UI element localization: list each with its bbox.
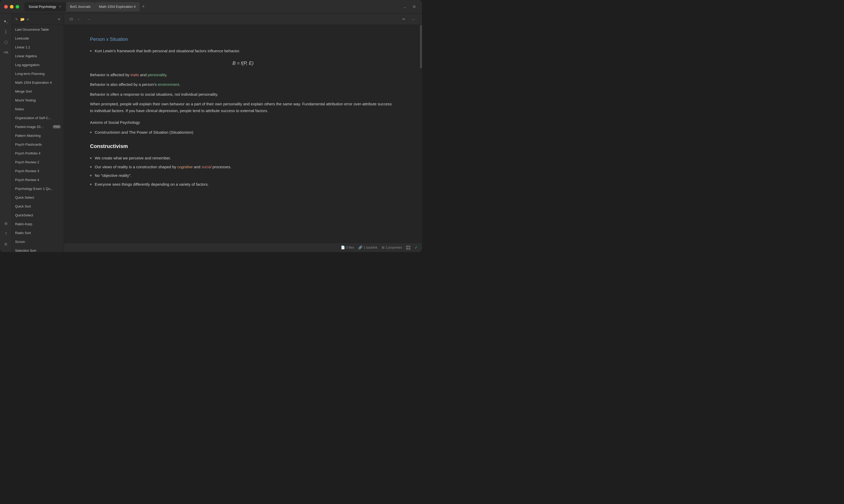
text-block-environment: Behavior is also affected by a person's … [90, 81, 396, 88]
traits-highlight: traits [130, 73, 139, 77]
file-list-header: ✎ 📂 ≡ ✕ [12, 14, 64, 25]
file-item-notes[interactable]: Notes [12, 105, 64, 113]
file-item-scrum[interactable]: Scrum [12, 237, 64, 246]
layout-button[interactable]: ⧉ [410, 3, 418, 11]
environment-highlight: environment [158, 82, 179, 87]
file-item-quick-select[interactable]: Quick Select [12, 193, 64, 202]
tab-math-1554[interactable]: Math 1554 Exploration 4 [95, 2, 140, 12]
app-window: Social Psychology ✕ BoG Journals Math 15… [0, 0, 422, 252]
file-item-quickselect[interactable]: QuickSelect [12, 211, 64, 219]
properties-status[interactable]: ⊞ 2 properties [382, 246, 402, 249]
help-icon: ? [5, 232, 7, 236]
file-item-pasted-image[interactable]: Pasted image 20... PNG [12, 122, 64, 131]
file-item-psych-review-2[interactable]: Psych Review 2 [12, 158, 64, 166]
backlink-status[interactable]: 🔗 1 backlink [358, 246, 377, 249]
file-item-math-1554[interactable]: Math 1554 Exploration 4 [12, 78, 64, 87]
files-icon: 📄 [341, 246, 345, 249]
file-item-pattern-matching[interactable]: Pattern Matching [12, 131, 64, 140]
file-item-psych-exam[interactable]: Psychology Exam 1 Qu... [12, 184, 64, 193]
file-item-mochi-testing[interactable]: Mochi Testing [12, 96, 64, 105]
tab-close-social-psychology[interactable]: ✕ [58, 5, 62, 8]
maximize-button[interactable] [16, 5, 19, 8]
more-options-button[interactable]: ⋯ [409, 16, 417, 23]
bullet-dot [90, 175, 92, 176]
person-x-situation-heading[interactable]: Person x Situation [90, 35, 396, 43]
bracket-icon: [ [5, 30, 6, 34]
backlink-icon: 🔗 [358, 246, 363, 249]
editor-content[interactable]: Person x Situation Kurt Lewin's framewor… [64, 25, 422, 242]
file-item-log-aggregation[interactable]: Log aggregation [12, 60, 64, 69]
properties-icon: ⊞ [382, 246, 385, 249]
file-item-rabin-karp[interactable]: Rabin-Karp [12, 219, 64, 228]
file-item-leetcode[interactable]: Leetcode [12, 34, 64, 43]
status-bar: 📄 0 files 🔗 1 backlink ⊞ 2 properties [64, 242, 422, 252]
tab-list-button[interactable]: ⌄ [401, 3, 408, 11]
graph-icon: ⬡ [4, 40, 8, 45]
file-item-last-occurrence[interactable]: Last Occurrence Table [12, 25, 64, 34]
grid-icon [406, 246, 410, 250]
tab-controls: ⌄ ⧉ [401, 3, 418, 11]
archive-icon: ⊞ [4, 221, 7, 226]
construct-list-item-3: No "objective reality". [90, 172, 396, 179]
open-folder-icon[interactable]: 📂 [20, 17, 25, 21]
terminal-icon-btn[interactable]: >_ [1, 17, 11, 26]
list-item-lewin: Kurt Lewin's framework that both persona… [90, 48, 396, 54]
bullet-dot [90, 131, 92, 133]
file-item-merge-sort[interactable]: Merge Sort [12, 87, 64, 96]
content-area: 15 ← → ✏ ⋯ Person x Situation Kurt Lewin… [64, 14, 422, 252]
file-item-organization[interactable]: Organization of Self-C... [12, 113, 64, 122]
settings-icon-btn[interactable]: ⚙ [1, 239, 11, 249]
file-item-psych-review-3[interactable]: Psych Review 3 [12, 166, 64, 175]
sort-icon[interactable]: ≡ [27, 17, 29, 21]
cognitive-highlight: cognitive [177, 165, 193, 169]
file-item-radix-sort[interactable]: Radix Sort [12, 228, 64, 237]
text-block-response: Behavior is often a response to social s… [90, 91, 396, 98]
file-item-psych-review-4[interactable]: Psych Review 4 [12, 175, 64, 184]
construct-list-item-1: We create what we perceive and remember. [90, 155, 396, 162]
tab-label: Math 1554 Exploration 4 [99, 5, 136, 8]
tabs-area: Social Psychology ✕ BoG Journals Math 15… [24, 2, 398, 12]
formula-block: B = f(P, E) [90, 59, 396, 67]
close-sidebar-icon[interactable]: ✕ [57, 17, 60, 21]
traffic-lights [4, 5, 19, 8]
scrollbar[interactable] [420, 25, 422, 68]
titlebar: Social Psychology ✕ BoG Journals Math 15… [0, 0, 422, 14]
tab-bog-journals[interactable]: BoG Journals [66, 2, 95, 12]
png-badge: PNG [53, 125, 60, 128]
file-item-psych-portfolio-4[interactable]: Psych Portfolio 4 [12, 149, 64, 158]
construct-list-item-2: Our views of reality is a construction s… [90, 164, 396, 170]
minimize-button[interactable] [10, 5, 14, 8]
new-tab-button[interactable]: + [140, 3, 147, 11]
next-page-button[interactable]: → [85, 16, 92, 22]
toolbar-right: ✏ ⋯ [400, 16, 417, 23]
file-item-selection-sort[interactable]: Selection Sort [12, 246, 64, 252]
edit-button[interactable]: ✏ [400, 16, 407, 23]
axioms-bullet-list: Constructivism and The Power of Situatio… [90, 129, 396, 136]
code-icon: <% [4, 51, 8, 54]
file-item-quick-sort[interactable]: Quick Sort [12, 202, 64, 211]
file-item-linear-1-1[interactable]: Linear 1.1 [12, 43, 64, 52]
tab-label: BoG Journals [70, 5, 91, 8]
construct-list-item-4: Everyone sees things differently dependi… [90, 181, 396, 188]
bracket-icon-btn[interactable]: [ [1, 27, 11, 36]
intro-bullet-list: Kurt Lewin's framework that both persona… [90, 48, 396, 54]
tab-social-psychology[interactable]: Social Psychology ✕ [24, 2, 66, 12]
bullet-dot [90, 184, 92, 185]
file-item-linear-algebra[interactable]: Linear Algebra [12, 52, 64, 60]
archive-icon-btn[interactable]: ⊞ [1, 219, 11, 228]
file-item-long-term-planning[interactable]: Long-term Planning [12, 69, 64, 78]
new-note-icon[interactable]: ✎ [15, 17, 18, 21]
grid-view-button[interactable] [406, 246, 410, 250]
graph-icon-btn[interactable]: ⬡ [1, 37, 11, 47]
page-number: 15 [69, 17, 73, 21]
close-button[interactable] [4, 5, 8, 8]
constructivism-bullet-list: We create what we perceive and remember.… [90, 155, 396, 187]
bullet-dot [90, 166, 92, 168]
social-highlight: social [201, 165, 211, 169]
code-icon-btn[interactable]: <% [1, 48, 11, 57]
file-item-psych-flashcards[interactable]: Psych Flashcards [12, 140, 64, 149]
prev-page-button[interactable]: ← [76, 16, 82, 22]
files-status[interactable]: 📄 0 files [341, 246, 354, 249]
bullet-dot [90, 50, 92, 52]
help-icon-btn[interactable]: ? [1, 229, 11, 238]
